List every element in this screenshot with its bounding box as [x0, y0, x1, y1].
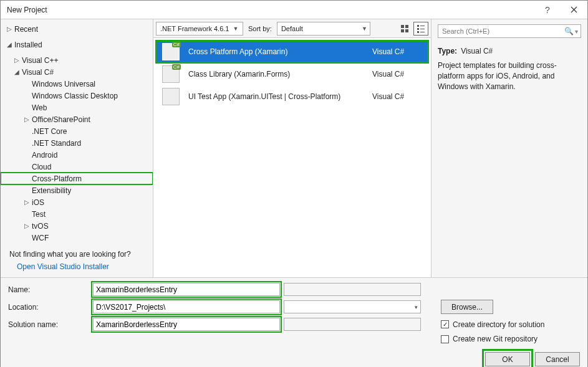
tree-item[interactable]: Windows Classic Desktop [1, 90, 153, 102]
chevron-right-icon: ▷ [23, 199, 31, 206]
tree-installed[interactable]: ◢ Installed [1, 39, 153, 50]
solution-input[interactable] [93, 318, 280, 331]
chevron-down-icon: ▼ [362, 26, 367, 32]
checkbox-label: Create new Git repository [453, 335, 537, 343]
create-git-checkbox[interactable]: Create new Git repository [441, 335, 537, 343]
browse-button[interactable]: Browse... [441, 300, 493, 314]
tree-item[interactable]: Android [1, 149, 153, 161]
create-dir-checkbox[interactable]: ✓ Create directory for solution [441, 320, 544, 329]
chevron-down-icon: ▼ [233, 26, 238, 32]
tree-label: Visual C# [22, 68, 54, 77]
detail-pane: 🔍 ▾ Type: Visual C# Project templates fo… [431, 19, 587, 277]
chevron-right-icon: ▷ [6, 26, 13, 33]
list-icon [417, 24, 425, 33]
tree-recent[interactable]: ▷ Recent [1, 23, 153, 35]
name-input-ext [284, 283, 421, 296]
tree-item[interactable]: Test [1, 208, 153, 220]
close-button[interactable] [560, 1, 587, 19]
svg-rect-5 [420, 26, 425, 26]
svg-rect-1 [405, 25, 408, 28]
search-icon: 🔍 [564, 27, 574, 36]
ok-button[interactable]: OK [485, 352, 530, 366]
tree-item[interactable]: Extensibility [1, 184, 153, 196]
tree-label: Recent [14, 25, 38, 34]
framework-combo[interactable]: .NET Framework 4.6.1 ▼ [156, 22, 243, 36]
framework-value: .NET Framework 4.6.1 [160, 25, 229, 32]
category-tree: ▷ Recent ◢ Installed ▷ Visual C++ ◢ [1, 19, 153, 277]
svg-rect-0 [401, 25, 404, 28]
tree-visual-cs[interactable]: ◢ Visual C# [1, 66, 153, 78]
type-label: Type: [438, 47, 457, 55]
location-combo[interactable]: ▾ [284, 300, 421, 313]
svg-rect-6 [417, 28, 419, 30]
new-project-dialog: New Project ? ▷ Recent ◢ Installed [0, 0, 588, 367]
view-tiles-button[interactable] [397, 22, 412, 36]
chevron-right-icon: ▷ [23, 116, 31, 123]
checkbox-icon: ✓ [441, 320, 449, 328]
checkbox-icon [441, 335, 449, 343]
template-lang: Visual C# [372, 92, 422, 101]
svg-rect-2 [401, 29, 404, 32]
chevron-down-icon: ▾ [415, 304, 418, 310]
not-finding-label: Not finding what you are looking for? [1, 244, 153, 261]
template-toolbar: .NET Framework 4.6.1 ▼ Sort by: Default … [153, 19, 431, 38]
template-list: C# Cross Platform App (Xamarin) Visual C… [153, 38, 431, 110]
template-lang: Visual C# [372, 47, 422, 56]
sort-combo[interactable]: Default ▼ [277, 22, 370, 36]
tree-item[interactable]: WCF [1, 232, 153, 244]
svg-rect-9 [420, 32, 425, 32]
chevron-right-icon: ▷ [13, 57, 21, 64]
sort-value: Default [281, 25, 303, 32]
template-item[interactable]: C# Class Library (Xamarin.Forms) Visual … [156, 63, 428, 85]
tree-item-office[interactable]: ▷ Office/SharePoint [1, 113, 153, 125]
checkbox-label: Create directory for solution [453, 320, 544, 329]
chevron-down-icon: ◢ [6, 41, 13, 49]
template-item[interactable]: UI Test App (Xamarin.UITest | Cross-Plat… [156, 85, 428, 108]
tree-visual-cpp[interactable]: ▷ Visual C++ [1, 54, 153, 66]
template-name: Cross Platform App (Xamarin) [188, 47, 372, 56]
titlebar: New Project ? [1, 1, 587, 19]
template-description: Project templates for building cross-pla… [438, 60, 581, 92]
template-icon: C# [162, 65, 180, 83]
tree-item[interactable]: Web [1, 102, 153, 113]
form-area: Name: Location: ▾ Browse... Solution nam… [1, 277, 587, 350]
template-name: UI Test App (Xamarin.UITest | Cross-Plat… [188, 92, 372, 101]
svg-rect-8 [417, 31, 419, 33]
solution-input-ext [284, 318, 421, 331]
search-input[interactable] [441, 27, 564, 36]
tree-item[interactable]: .NET Standard [1, 137, 153, 149]
tree-item[interactable]: Windows Universal [1, 78, 153, 90]
location-label: Location: [8, 303, 89, 312]
tiles-icon [400, 24, 409, 33]
svg-rect-4 [417, 25, 419, 27]
location-input[interactable] [93, 300, 280, 313]
name-label: Name: [8, 285, 89, 294]
template-lang: Visual C# [372, 70, 422, 79]
chevron-down-icon: ◢ [13, 69, 21, 76]
template-icon: C# [162, 43, 180, 60]
search-box[interactable]: 🔍 ▾ [438, 24, 581, 38]
tree-item[interactable]: Cloud [1, 161, 153, 173]
tree-item-tvos[interactable]: ▷ tvOS [1, 220, 153, 232]
chevron-right-icon: ▷ [23, 222, 31, 230]
name-input[interactable] [93, 283, 280, 296]
template-item[interactable]: C# Cross Platform App (Xamarin) Visual C… [156, 41, 428, 63]
dialog-footer: OK Cancel [1, 350, 587, 367]
type-value: Visual C# [461, 47, 493, 55]
help-button[interactable]: ? [535, 5, 560, 15]
close-icon [571, 6, 577, 13]
sort-label: Sort by: [246, 25, 274, 32]
window-title: New Project [1, 6, 54, 14]
solution-label: Solution name: [8, 320, 89, 329]
tree-label: Installed [14, 41, 42, 49]
open-installer-link[interactable]: Open Visual Studio Installer [1, 261, 153, 277]
tree-item-ios[interactable]: ▷ iOS [1, 196, 153, 208]
tree-item-cross-platform[interactable]: Cross-Platform [1, 173, 153, 184]
view-list-button[interactable] [413, 22, 428, 36]
template-name: Class Library (Xamarin.Forms) [188, 70, 372, 79]
cancel-button[interactable]: Cancel [535, 352, 580, 366]
tree-item[interactable]: .NET Core [1, 125, 153, 137]
template-icon [162, 88, 180, 105]
template-pane: .NET Framework 4.6.1 ▼ Sort by: Default … [153, 19, 431, 277]
tree-label: Visual C++ [22, 56, 58, 65]
